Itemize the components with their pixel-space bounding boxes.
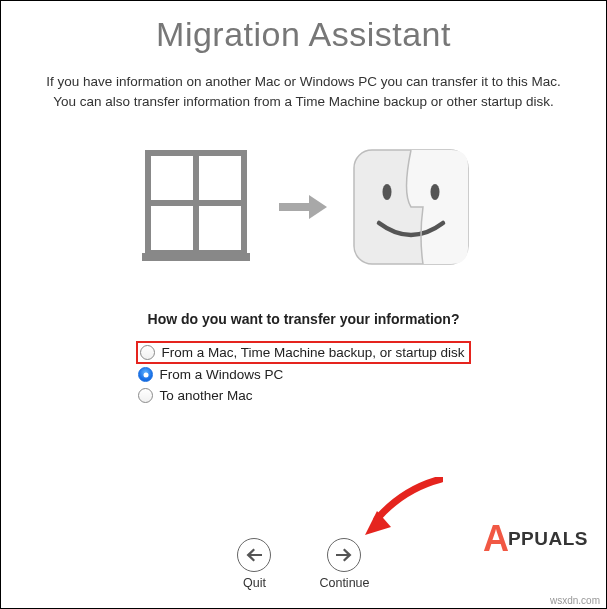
- svg-rect-3: [142, 253, 250, 261]
- svg-point-6: [430, 184, 439, 200]
- option-from-windows[interactable]: From a Windows PC: [136, 364, 470, 385]
- continue-button[interactable]: Continue: [319, 538, 369, 590]
- nav-row: Quit Continue: [1, 538, 606, 590]
- arrow-right-circle-icon: [327, 538, 361, 572]
- radio-icon-selected: [138, 367, 153, 382]
- illustration-row: [25, 149, 582, 265]
- option-label: To another Mac: [159, 388, 252, 403]
- radio-icon: [138, 388, 153, 403]
- page-title: Migration Assistant: [25, 15, 582, 54]
- options-group: From a Mac, Time Machine backup, or star…: [136, 341, 470, 406]
- subtitle-line-1: If you have information on another Mac o…: [46, 74, 561, 89]
- option-label: From a Mac, Time Machine backup, or star…: [161, 345, 464, 360]
- annotation-arrow-icon: [363, 477, 443, 537]
- quit-label: Quit: [243, 576, 266, 590]
- option-to-another-mac[interactable]: To another Mac: [136, 385, 470, 406]
- window-pane-icon: [139, 150, 253, 264]
- prompt-text: How do you want to transfer your informa…: [25, 311, 582, 327]
- option-from-mac[interactable]: From a Mac, Time Machine backup, or star…: [136, 341, 470, 364]
- arrow-left-circle-icon: [237, 538, 271, 572]
- finder-face-icon: [353, 149, 469, 265]
- migration-assistant-panel: Migration Assistant If you have informat…: [0, 0, 607, 609]
- subtitle-line-2: You can also transfer information from a…: [53, 94, 554, 109]
- subtitle: If you have information on another Mac o…: [25, 72, 582, 111]
- quit-button[interactable]: Quit: [237, 538, 271, 590]
- arrow-right-icon: [279, 193, 327, 221]
- svg-point-5: [382, 184, 391, 200]
- option-label: From a Windows PC: [159, 367, 283, 382]
- radio-icon: [140, 345, 155, 360]
- continue-label: Continue: [319, 576, 369, 590]
- source-credit: wsxdn.com: [550, 595, 600, 606]
